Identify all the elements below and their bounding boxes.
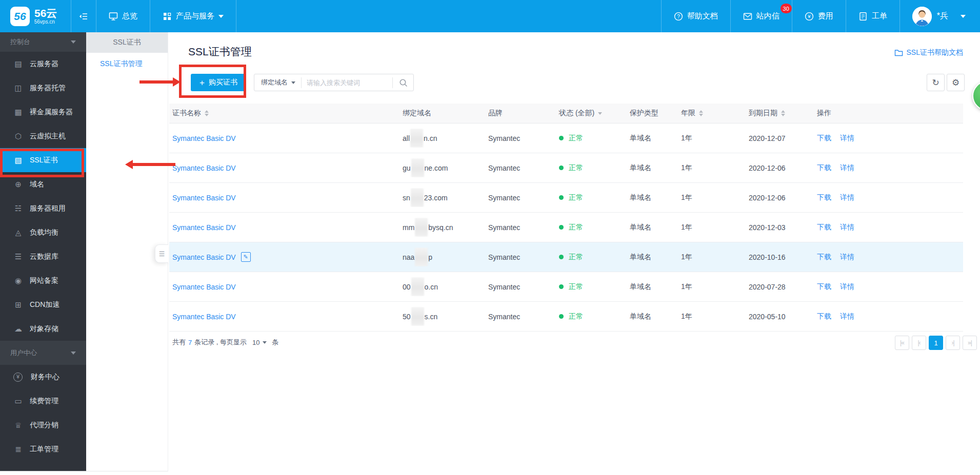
last-page-button[interactable]: »| [963, 336, 977, 350]
domain-prefix: naa [403, 253, 414, 261]
details-link[interactable]: 详情 [840, 193, 854, 202]
avatar [912, 7, 932, 26]
cert-name-link[interactable]: Symantec Basic DV [172, 223, 236, 232]
column-header-4[interactable]: 状态 (全部) [556, 109, 627, 118]
user-menu[interactable]: *兵 [900, 0, 980, 32]
nav-help-docs[interactable]: ? 帮助文档 [662, 0, 730, 32]
details-link[interactable]: 详情 [840, 312, 854, 321]
protection-type-cell: 单域名 [627, 253, 678, 262]
sort-icon[interactable] [699, 110, 703, 116]
domain-suffix: s.cn [425, 313, 438, 321]
ssl-certificate-icon: ▧ [13, 156, 23, 165]
page-1-button[interactable]: 1 [929, 336, 943, 350]
sort-icon[interactable] [205, 110, 209, 116]
sidebar-collapse-handle[interactable]: ☰ [155, 244, 168, 263]
sidebar-item-object-storage[interactable]: ☁对象存储 [0, 317, 86, 341]
nav-tickets-label: 工单 [872, 11, 887, 21]
help-doc-link[interactable]: SSL证书帮助文档 [894, 48, 963, 57]
nav-products[interactable]: 产品与服务 [150, 0, 236, 32]
details-link[interactable]: 详情 [840, 253, 854, 262]
protection-type-cell: 单域名 [627, 163, 678, 173]
sort-icon[interactable] [781, 110, 785, 116]
sidebar-item-ticket-management[interactable]: ≣工单管理 [0, 437, 86, 461]
buy-cert-button[interactable]: + 购买证书 [191, 74, 246, 91]
first-page-button[interactable]: |« [895, 336, 909, 350]
details-link[interactable]: 详情 [840, 163, 854, 173]
sidebar-item-cloud-server[interactable]: ▤云服务器 [0, 52, 86, 76]
sidebar-item-label: 对象存储 [30, 324, 58, 334]
cert-name-link[interactable]: Symantec Basic DV [172, 194, 236, 202]
sidebar-item-cdn[interactable]: ⊞CDN加速 [0, 293, 86, 317]
next-page-button[interactable]: ›| [946, 336, 960, 350]
redacted-blur-block [411, 307, 424, 326]
download-link[interactable]: 下载 [817, 193, 831, 202]
sidebar-group-header[interactable]: 用户中心 [0, 341, 86, 365]
sidebar-item-load-balancer[interactable]: ◬负载均衡 [0, 220, 86, 244]
sidebar-item-server-rental[interactable]: ☵服务器租用 [0, 196, 86, 220]
sidebar-item-domain[interactable]: ⊕域名 [0, 172, 86, 196]
buy-cert-label: 购买证书 [209, 78, 237, 87]
download-link[interactable]: 下载 [817, 312, 831, 321]
expire-date-cell: 2020-12-07 [746, 134, 814, 142]
sidebar-item-ssl-certificate[interactable]: ▧SSL证书 [0, 148, 86, 172]
download-link[interactable]: 下载 [817, 134, 831, 143]
redacted-blur-block [411, 158, 424, 177]
details-link[interactable]: 详情 [840, 282, 854, 292]
sort-up-caret [699, 110, 703, 113]
nav-tickets[interactable]: 工单 [846, 0, 899, 32]
search-input[interactable] [302, 79, 392, 87]
sidebar-group-header[interactable]: 控制台 [0, 32, 86, 52]
sidebar-item-agent-distribution[interactable]: ♕代理分销 [0, 413, 86, 437]
nav-messages[interactable]: 站内信 30 [731, 0, 792, 32]
details-link[interactable]: 详情 [840, 223, 854, 232]
menu-fold-button[interactable] [71, 0, 96, 32]
prev-page-button[interactable]: |‹ [912, 336, 926, 350]
download-link[interactable]: 下载 [817, 253, 831, 262]
sidebar-item-bare-metal-server[interactable]: ▦裸金属服务器 [0, 100, 86, 124]
download-link[interactable]: 下载 [817, 163, 831, 173]
cert-name-cell: Symantec Basic DV [169, 313, 399, 321]
edit-icon[interactable]: ✎ [241, 252, 251, 262]
download-link[interactable]: 下载 [817, 282, 831, 292]
filter-caret-icon[interactable] [598, 112, 602, 115]
cert-name-link[interactable]: Symantec Basic DV [172, 283, 236, 291]
nav-help-label: 帮助文档 [687, 11, 718, 21]
domain-suffix: n.cn [424, 134, 437, 142]
cert-name-link[interactable]: Symantec Basic DV [172, 253, 236, 261]
sidebar-item-finance-center[interactable]: ¥财务中心 [0, 365, 86, 389]
table-settings-button[interactable]: ⚙ [947, 74, 965, 91]
brand-logo[interactable]: 56 56云 56vps.cn [0, 0, 71, 32]
years-cell: 1年 [678, 312, 746, 321]
sidebar-item-cloud-database[interactable]: ☰云数据库 [0, 244, 86, 269]
search-button[interactable] [393, 74, 413, 91]
sidebar-item-website-filing[interactable]: ◉网站备案 [0, 269, 86, 293]
top-navbar: 56 56云 56vps.cn 总览 产品与服务 [0, 0, 980, 32]
details-link[interactable]: 详情 [840, 134, 854, 143]
domain-prefix: 00 [403, 283, 411, 291]
bound-domain-cell: 00o.cn [399, 277, 485, 296]
refresh-button[interactable]: ↻ [927, 74, 945, 91]
page-size-dropdown[interactable]: 10 [252, 339, 266, 346]
sidebar-item-server-hosting[interactable]: ◫服务器托管 [0, 76, 86, 100]
years-cell: 1年 [678, 134, 746, 143]
server-hosting-icon: ◫ [13, 84, 23, 93]
column-label: 品牌 [488, 109, 503, 118]
redacted-blur-block [411, 188, 424, 207]
sidebar-item-renewal-management[interactable]: ▭续费管理 [0, 389, 86, 413]
nav-billing[interactable]: ¥ 费用 [792, 0, 846, 32]
app: 56 56云 56vps.cn 总览 产品与服务 [0, 0, 980, 475]
sidebar-item-cloud-virtual-host[interactable]: ⬡云虚拟主机 [0, 124, 86, 148]
column-header-7[interactable]: 到期日期 [746, 109, 814, 118]
column-header-1[interactable]: 证书名称 [169, 109, 399, 118]
cert-name-link[interactable]: Symantec Basic DV [172, 134, 236, 142]
cert-name-link[interactable]: Symantec Basic DV [172, 164, 236, 172]
expire-date-cell: 2020-05-10 [746, 313, 814, 321]
brand-cell: Symantec [485, 223, 556, 232]
search-field-dropdown[interactable]: 绑定域名 [254, 74, 301, 91]
domain-prefix: all [403, 134, 410, 142]
cert-name-link[interactable]: Symantec Basic DV [172, 313, 236, 321]
secondary-sidebar-item[interactable]: SSL证书管理 [86, 53, 168, 75]
column-header-6[interactable]: 年限 [678, 109, 746, 118]
download-link[interactable]: 下载 [817, 223, 831, 232]
nav-overview[interactable]: 总览 [96, 0, 150, 32]
